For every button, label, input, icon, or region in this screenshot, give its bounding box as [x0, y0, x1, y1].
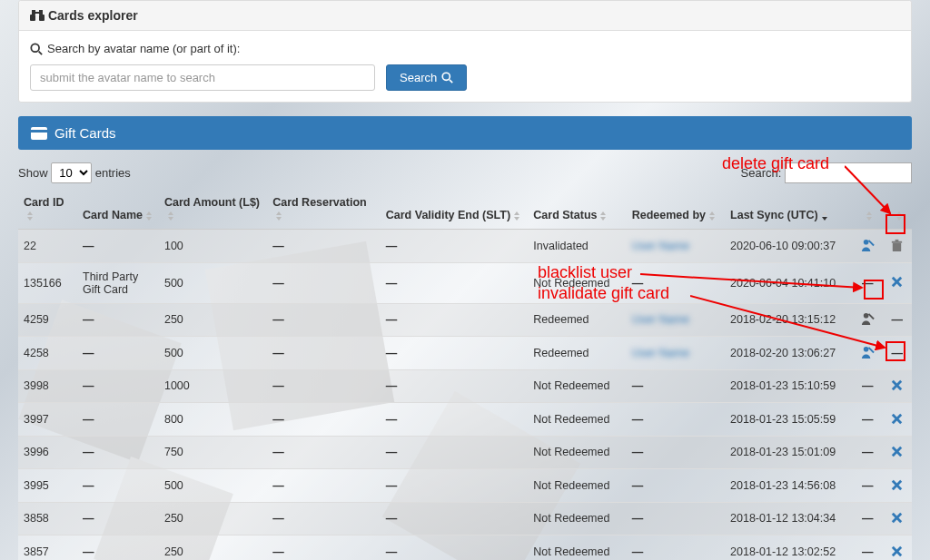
no-action: —: [862, 512, 874, 525]
col-card-name[interactable]: Card Name: [77, 189, 159, 230]
table-row: 3858—250——Not Redeemed—2018-01-12 13:04:…: [18, 502, 912, 535]
cell-status: Not Redeemed: [528, 436, 626, 469]
table-row: 3857—250——Not Redeemed—2018-01-12 13:02:…: [18, 535, 912, 561]
blacklist-user-button[interactable]: [859, 311, 876, 328]
invalidate-card-button[interactable]: [889, 274, 905, 290]
cell-name: Third Party Gift Card: [77, 262, 159, 303]
cell-amount: 100: [159, 230, 267, 263]
cell-id: 3995: [18, 469, 77, 503]
gift-cards-table: Card ID Card Name Card Amount (L$) Card …: [18, 189, 912, 560]
cell-amount: 800: [159, 403, 267, 437]
binoculars-icon: [30, 9, 45, 22]
cell-id: 4258: [18, 337, 77, 370]
no-action: —: [862, 479, 874, 492]
cell-validity: —: [381, 303, 529, 337]
invalidate-card-button[interactable]: [889, 543, 905, 559]
svg-line-21: [868, 347, 874, 352]
col-redeemed-by[interactable]: Redeemed by: [627, 189, 725, 230]
cell-status: Invalidated: [528, 230, 626, 263]
cell-amount: 500: [159, 469, 267, 503]
no-action: —: [862, 277, 874, 290]
table-row: 3995—500——Not Redeemed—2018-01-23 14:56:…: [18, 469, 912, 503]
cell-id: 3857: [18, 535, 77, 561]
col-card-id[interactable]: Card ID: [18, 189, 77, 230]
table-search: Search:: [741, 162, 912, 183]
cell-sync: 2018-01-23 15:05:59: [725, 403, 853, 437]
blacklist-user-button[interactable]: [859, 237, 876, 253]
col-card-status[interactable]: Card Status: [528, 189, 626, 230]
svg-rect-0: [30, 15, 35, 21]
redeemed-by-link[interactable]: User Name: [632, 313, 689, 326]
redeemed-by-link[interactable]: User Name: [632, 240, 689, 252]
cell-redeemed: —: [627, 502, 725, 535]
svg-point-18: [863, 313, 868, 319]
invalidate-card-button[interactable]: [889, 410, 905, 427]
col-action-1[interactable]: [853, 189, 883, 230]
svg-rect-3: [39, 10, 43, 15]
table-row: 135166Third Party Gift Card500——Not Rede…: [18, 262, 912, 303]
cell-reservation: —: [267, 502, 381, 535]
invalidate-card-button[interactable]: [889, 476, 905, 493]
entries-select[interactable]: 10: [51, 162, 92, 183]
cell-validity: —: [381, 230, 529, 263]
col-card-reservation[interactable]: Card Reservation: [267, 189, 381, 230]
table-row: 4258—500——RedeemedUser Name2018-02-20 13…: [18, 337, 912, 370]
svg-point-5: [31, 44, 39, 52]
cell-status: Not Redeemed: [528, 262, 626, 303]
cell-redeemed: —: [627, 369, 725, 403]
cell-reservation: —: [267, 436, 381, 469]
no-action: —: [862, 446, 874, 458]
cell-status: Not Redeemed: [528, 469, 626, 503]
cell-name: —: [77, 303, 159, 337]
table-row: 3997—800——Not Redeemed—2018-01-23 15:05:…: [18, 403, 912, 437]
cell-name: —: [77, 535, 159, 561]
no-action: —: [862, 413, 874, 426]
cell-redeemed: User Name: [627, 230, 725, 263]
invalidate-card-button[interactable]: [889, 378, 905, 394]
delete-card-button[interactable]: [889, 237, 905, 253]
cell-redeemed: —: [627, 535, 725, 561]
invalidate-card-button[interactable]: [889, 510, 905, 526]
no-action: —: [891, 347, 903, 359]
avatar-search-input[interactable]: [30, 64, 375, 91]
blacklist-user-button[interactable]: [859, 344, 876, 360]
cell-redeemed: —: [627, 403, 725, 437]
cell-id: 3996: [18, 436, 77, 469]
svg-rect-14: [892, 241, 902, 242]
cell-redeemed: User Name: [627, 303, 725, 337]
svg-line-19: [868, 314, 874, 319]
cell-sync: 2020-06-04 10:41:10: [725, 262, 853, 303]
redeemed-by-link[interactable]: User Name: [632, 347, 689, 359]
table-row: 4259—250——RedeemedUser Name2018-02-20 13…: [18, 303, 912, 337]
table-search-input[interactable]: [785, 162, 912, 183]
svg-line-6: [39, 51, 43, 54]
col-card-amount[interactable]: Card Amount (L$): [159, 189, 267, 230]
col-last-sync[interactable]: Last Sync (UTC): [725, 189, 853, 230]
svg-rect-1: [39, 15, 45, 21]
col-action-2[interactable]: [882, 189, 912, 230]
no-action: —: [862, 545, 874, 558]
cell-validity: —: [381, 502, 529, 535]
cell-validity: —: [381, 403, 529, 437]
cell-name: —: [77, 502, 159, 535]
svg-rect-13: [893, 242, 901, 251]
cell-validity: —: [381, 436, 529, 469]
cell-validity: —: [381, 369, 529, 403]
svg-rect-15: [895, 239, 899, 241]
cell-reservation: —: [267, 337, 381, 370]
cell-amount: 250: [159, 535, 267, 561]
invalidate-card-button[interactable]: [889, 444, 905, 460]
search-icon: [30, 43, 43, 55]
svg-rect-4: [35, 12, 39, 14]
search-button[interactable]: Search: [386, 64, 467, 91]
col-card-validity[interactable]: Card Validity End (SLT): [381, 189, 529, 230]
cell-status: Redeemed: [528, 303, 626, 337]
cell-amount: 750: [159, 436, 267, 469]
cell-status: Redeemed: [528, 337, 626, 370]
svg-rect-2: [32, 10, 35, 15]
svg-line-12: [868, 240, 874, 245]
cell-amount: 250: [159, 303, 267, 337]
search-label: Search by avatar name (or part of it):: [30, 42, 900, 55]
cell-reservation: —: [267, 403, 381, 437]
no-action: —: [891, 313, 903, 326]
